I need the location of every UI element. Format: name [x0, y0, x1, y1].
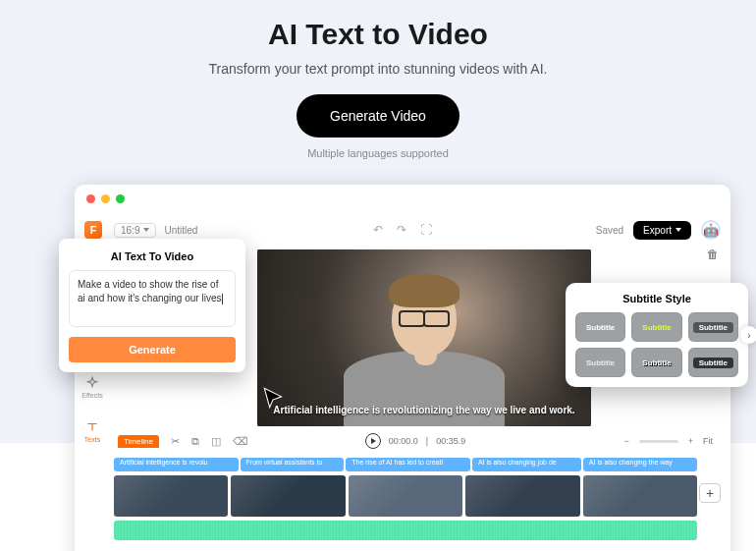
delete-icon[interactable]: ⌫ [233, 435, 248, 448]
clip-thumb[interactable] [349, 475, 462, 517]
text-cursor-icon [222, 294, 223, 304]
timeline[interactable]: Artificial intelligence is revolu From v… [114, 454, 721, 551]
trash-icon[interactable]: 🗑 [707, 248, 719, 261]
prompt-input[interactable]: Make a video to show the rise of ai and … [69, 270, 236, 327]
export-label: Export [643, 225, 672, 236]
time-total: 00:35.9 [436, 436, 465, 446]
subtitle-style-option[interactable]: Subtitle [688, 348, 738, 377]
clip-labels-row: Artificial intelligence is revolu From v… [114, 458, 697, 471]
hero-subtitle: Transform your text prompt into stunning… [0, 61, 756, 77]
subtitle-style-panel: Subtitle Style Subtitle Subtitle Subtitl… [566, 283, 748, 387]
redo-icon[interactable]: ↷ [397, 223, 406, 237]
clip-thumb[interactable] [114, 475, 228, 517]
prompt-value: Make a video to show the rise of ai and … [78, 279, 221, 303]
clip-thumb[interactable] [583, 475, 697, 517]
next-arrow-icon[interactable]: › [740, 326, 756, 344]
subtitle-style-option[interactable]: Subtitle [631, 312, 681, 342]
text-to-video-panel: AI Text To Video Make a video to show th… [59, 239, 245, 372]
fit-button[interactable]: Fit [703, 436, 713, 446]
audio-track[interactable] [114, 521, 697, 540]
play-icon [371, 438, 376, 444]
sidebar-item-texts[interactable]: Texts [84, 420, 100, 443]
expand-icon[interactable]: ⛶ [420, 223, 432, 237]
undo-icon[interactable]: ↶ [373, 223, 383, 237]
app-logo[interactable]: F [84, 221, 102, 239]
zoom-in-icon[interactable]: + [688, 436, 693, 446]
add-clip-button[interactable]: + [699, 483, 721, 503]
copy-icon[interactable]: ⧉ [191, 435, 199, 448]
maximize-icon[interactable] [116, 194, 125, 203]
clip-label[interactable]: AI is also changing the way [583, 458, 697, 471]
hero-section: AI Text to Video Transform your text pro… [0, 0, 756, 159]
texts-icon [85, 420, 99, 434]
effects-icon [85, 376, 99, 390]
sidebar-label: Texts [84, 436, 100, 443]
divide-icon[interactable]: ◫ [211, 435, 221, 448]
avatar[interactable]: 🤖 [701, 220, 721, 240]
clip-thumb[interactable] [231, 475, 345, 517]
minimize-icon[interactable] [101, 194, 110, 203]
clip-label[interactable]: Artificial intelligence is revolu [114, 458, 239, 471]
subtitle-style-option[interactable]: Subtitle [575, 312, 625, 342]
saved-status: Saved [596, 225, 623, 236]
video-caption: Artificial intelligence is revolutionizi… [257, 404, 591, 416]
time-current: 00:00.0 [389, 436, 418, 446]
timeline-tab[interactable]: Timeline [118, 435, 159, 448]
subtitle-style-option[interactable]: Subtitle [631, 348, 681, 377]
project-title[interactable]: Untitled [164, 225, 197, 236]
hero-title: AI Text to Video [0, 18, 756, 51]
chevron-down-icon [675, 228, 681, 232]
cut-icon[interactable]: ✂ [171, 435, 180, 448]
playbar: Timeline ✂ ⧉ ◫ ⌫ 00:00.0 | 00:35.9 − + F… [110, 430, 721, 452]
close-icon[interactable] [86, 194, 95, 203]
aspect-ratio-select[interactable]: 16:9 [114, 223, 156, 238]
generate-button[interactable]: Generate [69, 337, 236, 362]
generate-video-button[interactable]: Generate Video [297, 94, 459, 138]
sidebar-label: Effects [81, 392, 102, 399]
clip-thumbnails [114, 475, 697, 517]
clip-label[interactable]: The rise of AI has led to creati [346, 458, 470, 471]
subtitle-style-title: Subtitle Style [575, 293, 738, 304]
clip-thumb[interactable] [465, 475, 579, 517]
ttv-title: AI Text To Video [59, 250, 245, 270]
chevron-down-icon [143, 228, 149, 232]
play-button[interactable] [365, 433, 381, 449]
zoom-slider[interactable] [639, 440, 678, 443]
clip-label[interactable]: From virtual assistants to [241, 458, 345, 471]
zoom-out-icon[interactable]: − [623, 436, 628, 446]
clip-label[interactable]: AI is also changing job de [472, 458, 581, 471]
window-controls [86, 194, 125, 203]
subtitle-style-option[interactable]: Subtitle [688, 312, 738, 342]
sidebar-item-effects[interactable]: Effects [81, 376, 102, 399]
aspect-value: 16:9 [121, 225, 139, 236]
subtitle-style-option[interactable]: Subtitle [575, 348, 625, 377]
video-preview[interactable]: Artificial intelligence is revolutionizi… [257, 249, 591, 426]
hero-note: Multiple languages supported [0, 147, 756, 159]
export-button[interactable]: Export [633, 221, 691, 240]
